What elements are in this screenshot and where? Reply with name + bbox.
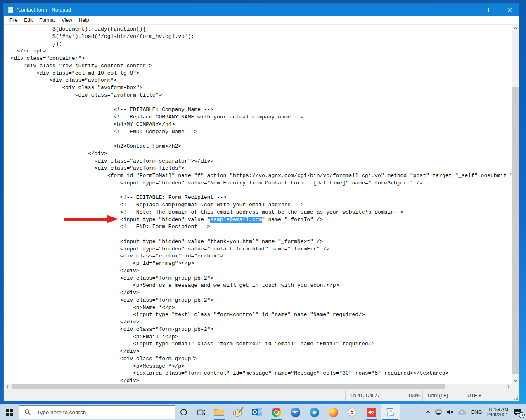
code-line: <form id="FormToMail" name="f" action="h… — [4, 172, 512, 179]
code-line: </div> — [4, 348, 512, 355]
code-line: $(document).ready(function(){ — [4, 26, 512, 33]
code-line: <div class="avoform-fields"> — [4, 165, 512, 172]
code-line: <p>Email *</p> — [4, 333, 512, 341]
editor-area: $(document).ready(function(){ $('#hv').l… — [4, 25, 519, 384]
clock-time: 10:59 AM — [487, 407, 508, 412]
taskbar-app-red-diamond[interactable] — [362, 404, 381, 420]
status-spacer — [4, 390, 345, 401]
notepad-app-icon — [7, 7, 14, 13]
windows-logo-icon — [6, 409, 13, 416]
code-line: <p>Message *</p> — [4, 363, 512, 370]
cortana-button[interactable] — [175, 404, 192, 420]
taskbar-app-edge[interactable] — [305, 404, 324, 420]
code-line — [4, 99, 512, 106]
status-zoom-level: 100% — [403, 390, 422, 401]
code-line: </script> — [4, 47, 512, 55]
search-input[interactable] — [36, 409, 153, 416]
taskbar-clock[interactable]: 10:59 AM 24/8/2021 — [487, 407, 508, 418]
task-view-icon — [197, 409, 205, 416]
cortana-icon — [180, 408, 187, 416]
close-button[interactable] — [500, 4, 519, 16]
notepad-icon — [385, 407, 395, 417]
language-indicator[interactable]: ENG — [470, 409, 483, 415]
code-line: <p id="errmsg"></p> — [4, 260, 512, 267]
titlebar[interactable]: *contact-form - Notepad — [4, 4, 519, 16]
menu-file[interactable]: File — [6, 17, 21, 24]
code-line: <!-- EDITABLE: Form Recipient --> — [4, 194, 512, 201]
file-explorer-icon — [214, 408, 225, 417]
volume-tray-icon[interactable] — [446, 409, 453, 415]
status-line-ending: Unix (LF) — [422, 390, 462, 401]
code-line — [4, 231, 512, 238]
taskbar-app-paint[interactable] — [229, 404, 248, 420]
action-center-button[interactable]: 3 — [513, 408, 522, 416]
menu-view[interactable]: View — [58, 17, 76, 24]
maximize-button[interactable] — [481, 4, 500, 16]
vertical-scrollbar[interactable] — [512, 25, 519, 384]
maximize-icon — [488, 8, 493, 12]
notification-badge: 3 — [519, 412, 525, 418]
text-editor[interactable]: $(document).ready(function(){ $('#hv').l… — [4, 25, 512, 384]
horizontal-scrollbar[interactable] — [4, 384, 512, 390]
code-line: <div class="form-group"> — [4, 355, 512, 363]
speaker-muted-icon — [446, 409, 453, 415]
code-line: <p>Name *</p> — [4, 304, 512, 311]
scroll-left-arrow[interactable] — [4, 384, 11, 390]
taskbar: S ENG 10:59 AM 24/ — [0, 404, 526, 420]
code-line: <div class="form-group pb-2"> — [4, 275, 512, 282]
code-line: <input type="hidden" value="New Enquiry … — [4, 179, 512, 187]
window-title: *contact-form - Notepad — [17, 7, 71, 13]
status-cursor-position: Ln 41, Col 77 — [345, 390, 403, 401]
taskbar-app-firefox[interactable] — [324, 404, 343, 420]
code-line: <!-- END: Company Name --> — [4, 128, 512, 136]
clock-date: 24/8/2021 — [487, 412, 508, 418]
code-line: <!-- EDITABLE: Company Name --> — [4, 106, 512, 113]
start-button[interactable] — [0, 404, 19, 420]
menu-edit[interactable]: Edit — [21, 17, 36, 24]
menubar: File Edit Format View Help — [4, 16, 519, 25]
horizontal-scroll-thumb[interactable] — [12, 384, 445, 389]
taskbar-app-chrome[interactable] — [267, 404, 286, 420]
taskbar-app-file-explorer[interactable] — [210, 404, 229, 420]
network-icon — [435, 409, 442, 415]
notepad-window: *contact-form - Notepad File Edit Format… — [3, 3, 519, 401]
taskbar-app-thunderbird[interactable] — [286, 404, 305, 420]
show-hidden-icons-chevron[interactable] — [426, 411, 431, 414]
window-controls — [462, 4, 519, 16]
code-line: <div class="errbox" id="errbox"> — [4, 252, 512, 260]
outlook-icon — [252, 407, 263, 417]
scroll-right-arrow[interactable] — [505, 384, 512, 390]
taskbar-app-outlook[interactable] — [248, 404, 267, 420]
vertical-scroll-thumb[interactable] — [512, 87, 519, 374]
code-line: <!-- Replace COMPANY NAME with your actu… — [4, 113, 512, 121]
firefox-icon — [329, 408, 338, 417]
scroll-up-arrow[interactable] — [512, 25, 519, 32]
network-tray-icon[interactable] — [435, 409, 442, 415]
minimize-button[interactable] — [462, 4, 481, 16]
cloud-icon — [457, 409, 466, 415]
search-icon — [24, 409, 31, 415]
code-line: <input type="hidden" value="thank-you.ht… — [4, 238, 512, 245]
code-line — [4, 187, 512, 194]
system-tray: ENG 10:59 AM 24/8/2021 3 — [426, 404, 526, 420]
taskbar-search[interactable] — [19, 405, 175, 419]
taskbar-app-s-seal[interactable]: S — [343, 404, 362, 420]
menu-help[interactable]: Help — [76, 17, 92, 24]
onedrive-tray-icon[interactable] — [457, 409, 466, 415]
code-line: <!-- END: Form Recipient --> — [4, 223, 512, 231]
taskbar-app-notepad[interactable] — [381, 404, 400, 420]
scroll-down-arrow[interactable] — [512, 377, 519, 384]
task-view-button[interactable] — [192, 404, 210, 420]
paint-icon — [233, 407, 244, 417]
code-line: <input type="email" class="form-control"… — [4, 340, 512, 348]
code-line: <div class="avoform"> — [4, 77, 512, 84]
code-line: <div class="avoform-title"> — [4, 92, 512, 99]
code-line: <input type="hidden" value="contact-form… — [4, 245, 512, 253]
code-line: <!-- Replace sample@email.com with your … — [4, 201, 512, 209]
resize-grip[interactable] — [512, 390, 519, 401]
scrollbar-corner — [512, 384, 519, 390]
chevron-up-icon — [426, 411, 431, 414]
code-line: }); — [4, 40, 512, 48]
annotation-arrow-head — [107, 215, 118, 223]
menu-format[interactable]: Format — [36, 17, 58, 24]
